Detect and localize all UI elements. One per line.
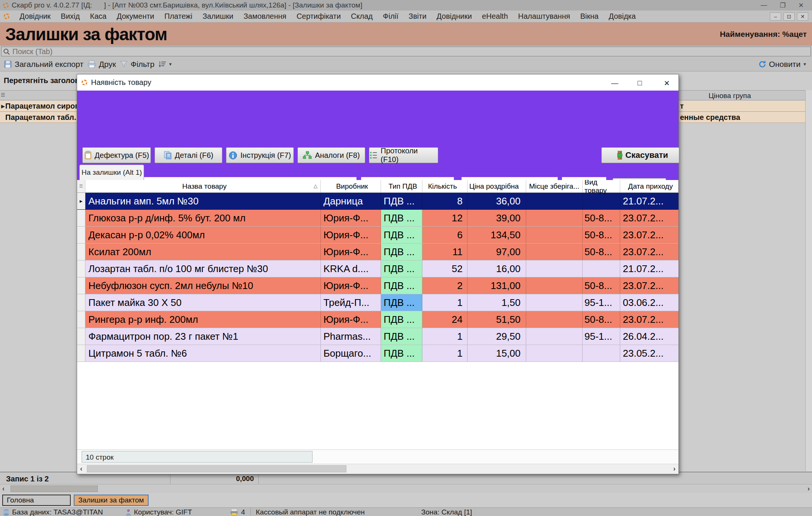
menu-zamovlennia[interactable]: Замовлення bbox=[243, 12, 286, 21]
menu-vikna[interactable]: Вікна bbox=[580, 12, 599, 21]
details-button[interactable]: Деталі (F6) bbox=[155, 147, 222, 163]
status-divider bbox=[250, 508, 251, 515]
filter-funnel-icon bbox=[120, 60, 128, 68]
menu-dovidnyk[interactable]: Довідник bbox=[20, 12, 51, 21]
dialog-minimize-icon[interactable]: — bbox=[611, 79, 618, 87]
protocols-button[interactable]: Протоколи (F10) bbox=[369, 147, 438, 163]
clipboard-icon bbox=[84, 151, 92, 160]
maximize-icon[interactable]: ❐ bbox=[780, 2, 786, 9]
scroll-right-icon[interactable]: › bbox=[673, 465, 675, 473]
menu-dovidka[interactable]: Довідка bbox=[609, 12, 636, 21]
scroll-right-icon[interactable]: › bbox=[807, 485, 810, 493]
row-indicator bbox=[77, 294, 85, 311]
defect-button[interactable]: Дефектура (F5) bbox=[82, 147, 151, 163]
cell-price: 131,00 bbox=[467, 277, 526, 294]
cell-name: Лозартан табл. п/о 100 мг блистер №30 bbox=[85, 260, 321, 277]
analogs-tree-icon bbox=[303, 151, 312, 159]
column-name[interactable]: Назва товару△ bbox=[85, 180, 321, 192]
row-indicator bbox=[77, 210, 85, 226]
refresh-button[interactable]: Оновити bbox=[758, 60, 801, 69]
export-button[interactable]: Загальний експорт bbox=[4, 60, 83, 69]
column-chooser-icon[interactable]: ☰ bbox=[1, 92, 5, 98]
cell-date: 23.07.2... bbox=[620, 244, 678, 260]
column-kind[interactable]: Вид товару bbox=[583, 180, 620, 192]
menu-sklad[interactable]: Склад bbox=[351, 12, 373, 21]
cell-kind: 50-8... bbox=[583, 277, 620, 294]
cell-maker: Юрия-Ф... bbox=[321, 244, 381, 260]
cancel-button[interactable]: Скасувати bbox=[601, 147, 679, 163]
table-row[interactable]: Небуфлюзон сусп. 2мл небулы №10 Юрия-Ф..… bbox=[77, 277, 678, 294]
menu-ehealth[interactable]: eHealth bbox=[482, 12, 508, 21]
analogs-button[interactable]: Аналоги (F8) bbox=[297, 147, 365, 163]
mdi-restore-icon[interactable]: ⊡ bbox=[783, 12, 795, 21]
table-row[interactable]: Лозартан табл. п/о 100 мг блистер №30 KR… bbox=[77, 260, 678, 277]
cancel-button-label: Скасувати bbox=[625, 150, 668, 160]
cell-maker: KRKA d.... bbox=[321, 260, 381, 277]
cell-kind: 50-8... bbox=[583, 227, 620, 243]
dialog-close-icon[interactable]: ✕ bbox=[664, 79, 670, 88]
tab-stock-by-fact[interactable]: Залишки за фактом bbox=[74, 495, 149, 506]
cell-qty: 8 bbox=[422, 193, 467, 209]
filter-button[interactable]: Фільтр bbox=[120, 60, 154, 69]
tab-on-stock[interactable]: На залишки (Alt 1) bbox=[79, 165, 144, 180]
column-vat[interactable]: Тип ПДВ bbox=[381, 180, 422, 192]
mdi-close-icon[interactable]: ✕ bbox=[797, 12, 808, 21]
cell-maker: Трейд-П... bbox=[321, 294, 381, 311]
scrollbar-thumb[interactable] bbox=[87, 465, 346, 472]
background-row-label: Парацетамол сироп bbox=[5, 102, 79, 110]
refresh-caret-icon[interactable]: ▾ bbox=[803, 61, 806, 67]
menu-nalashtuvannia[interactable]: Налаштування bbox=[518, 12, 570, 21]
menu-zvity[interactable]: Звіти bbox=[408, 12, 426, 21]
menu-kasa[interactable]: Каса bbox=[90, 12, 106, 21]
cancel-exit-icon bbox=[613, 150, 622, 160]
table-row[interactable]: Ксилат 200мл Юрия-Ф... ПДВ ... 11 97,00 … bbox=[77, 244, 678, 260]
app-logo-icon bbox=[82, 80, 87, 85]
scroll-left-icon[interactable]: ‹ bbox=[80, 465, 82, 473]
table-row[interactable]: Цитрамон 5 табл. №6 Борщаго... ПДВ ... 1… bbox=[77, 345, 678, 362]
table-row[interactable]: ▸ Анальгин амп. 5мл №30 Дарница ПДВ ... … bbox=[77, 193, 678, 210]
main-horizontal-scrollbar[interactable]: ‹ › bbox=[0, 484, 812, 493]
close-icon[interactable]: ✕ bbox=[798, 2, 804, 9]
dialog-maximize-icon[interactable]: □ bbox=[637, 79, 642, 87]
instruction-button[interactable]: Інструкція (F7) bbox=[226, 147, 294, 163]
instruction-button-label: Інструкція (F7) bbox=[240, 151, 291, 160]
price-group-column-header[interactable]: Цінова група bbox=[709, 92, 751, 100]
table-row[interactable]: Декасан р-р 0,02% 400мл Юрия-Ф... ПДВ ..… bbox=[77, 227, 678, 244]
tab-home[interactable]: Головна bbox=[2, 495, 71, 506]
scroll-left-icon[interactable]: ‹ bbox=[2, 485, 5, 493]
menu-dokumenty[interactable]: Документи bbox=[117, 12, 154, 21]
app-logo-icon bbox=[3, 3, 9, 8]
row-indicator bbox=[77, 328, 85, 345]
window-title: Скарб pro v. 4.0.2.77 [ІД: ] - [Апт №003… bbox=[12, 1, 362, 9]
column-place[interactable]: Місце зберіга... bbox=[526, 180, 583, 192]
sort-options-button[interactable]: ▾ bbox=[158, 61, 172, 68]
menu-zalyshky[interactable]: Залишки bbox=[202, 12, 233, 21]
search-input[interactable]: Поиск (Tab) bbox=[1, 47, 811, 56]
current-row-arrow-icon: ▶ bbox=[0, 103, 5, 109]
cell-vat: ПДВ ... bbox=[381, 311, 422, 328]
search-placeholder: Поиск (Tab) bbox=[12, 47, 53, 56]
menu-filii[interactable]: Філії bbox=[383, 12, 398, 21]
menu-dovidnyky[interactable]: Довідники bbox=[437, 12, 472, 21]
mdi-minimize-icon[interactable]: – bbox=[770, 12, 781, 21]
menu-vykhid[interactable]: Вихід bbox=[61, 12, 80, 21]
table-header: ☰ Назва товару△ Виробник Тип ПДВ Кількіс… bbox=[77, 180, 678, 193]
table-row[interactable]: Глюкоза р-р д/инф. 5% бут. 200 мл Юрия-Ф… bbox=[77, 210, 678, 227]
menu-platezhi[interactable]: Платежі bbox=[164, 12, 192, 21]
column-maker[interactable]: Виробник bbox=[321, 180, 381, 192]
minimize-icon[interactable]: — bbox=[761, 2, 767, 9]
analogs-button-label: Аналоги (F8) bbox=[315, 151, 360, 160]
dialog-horizontal-scrollbar[interactable]: ‹ › bbox=[77, 464, 678, 474]
vertical-scrollbar[interactable] bbox=[805, 90, 812, 471]
table-row[interactable]: Рингера р-р инф. 200мл Юрия-Ф... ПДВ ...… bbox=[77, 311, 678, 328]
column-date[interactable]: Дата приходу bbox=[620, 180, 678, 192]
table-row[interactable]: Фармацитрон пор. 23 г пакет №1 Pharmas..… bbox=[77, 328, 678, 345]
column-price[interactable]: Ціна роздрібна bbox=[467, 180, 526, 192]
table-row[interactable]: Пакет майка 30 Х 50 Трейд-П... ПДВ ... 1… bbox=[77, 294, 678, 311]
page-header: Залишки за фактом Найменування: %ацет bbox=[0, 23, 812, 46]
scrollbar-thumb[interactable] bbox=[11, 486, 98, 492]
print-button[interactable]: Друк bbox=[87, 60, 116, 69]
database-label: База даних: TASA3@TITAN bbox=[12, 508, 103, 516]
column-qty[interactable]: Кількість bbox=[422, 180, 467, 192]
menu-sertyfikaty[interactable]: Сертифікати bbox=[296, 12, 341, 21]
